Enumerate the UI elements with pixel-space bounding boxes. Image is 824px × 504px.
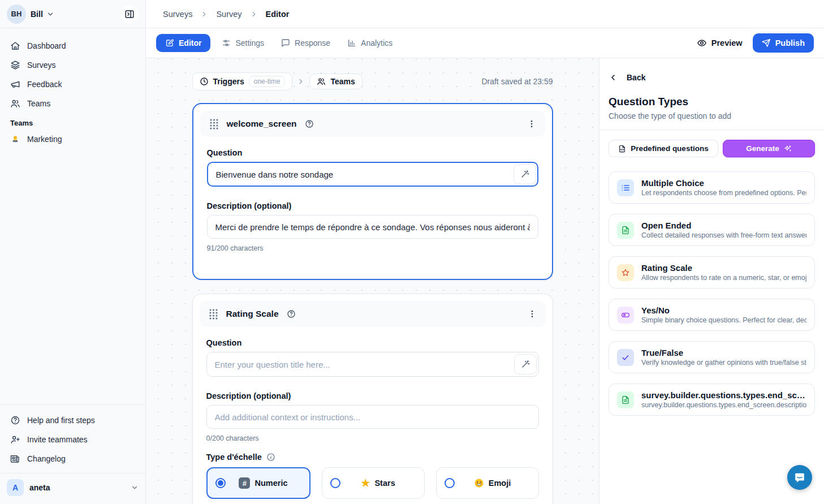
sidebar-nav: Dashboard Surveys Feedback Teams Teams M… — [0, 28, 145, 149]
chat-bubble-icon — [793, 471, 806, 484]
sidebar-item-label: Feedback — [27, 80, 62, 89]
question-type-multiple-choice[interactable]: Multiple Choice Let respondents choose f… — [609, 171, 815, 204]
teams-label: Teams — [330, 77, 355, 86]
smiley-emoji — [474, 478, 484, 488]
canvas-top-row: Triggers one-time Teams Draft saved at 2… — [192, 72, 553, 91]
generate-button[interactable]: Generate — [723, 140, 815, 157]
help-circle-icon[interactable] — [305, 119, 314, 128]
card-menu-button[interactable] — [528, 309, 537, 319]
sidebar-header: BH Bill — [0, 0, 145, 28]
radio-unselected[interactable] — [445, 478, 455, 488]
drag-handle-icon[interactable] — [209, 118, 219, 130]
tab-settings[interactable]: Settings — [216, 34, 270, 52]
org-switcher[interactable]: A aneta — [0, 473, 145, 504]
sparkles-icon — [784, 145, 792, 153]
radio-selected[interactable] — [215, 478, 226, 488]
description-field-label: Description (optional) — [206, 391, 539, 400]
org-avatar: A — [7, 479, 24, 496]
character-count: 0/200 characters — [206, 434, 539, 442]
users-icon — [10, 98, 20, 109]
question-type-true-false[interactable]: True/False Verify knowledge or gather op… — [609, 341, 815, 373]
triggers-label: Triggers — [213, 77, 244, 86]
back-button[interactable]: Back — [609, 73, 815, 82]
sidebar-bottom-nav: Help and first steps Invite teammates Ch… — [0, 404, 145, 468]
description-input[interactable] — [206, 405, 539, 429]
generate-label: Generate — [746, 144, 779, 153]
megaphone-icon — [10, 79, 20, 89]
question-type-description: Collect detailed responses with free-for… — [641, 231, 806, 239]
tab-label: Editor — [179, 38, 201, 48]
sliders-icon — [222, 38, 231, 48]
sidebar-item-label: Dashboard — [27, 41, 66, 50]
user-menu[interactable]: Bill — [31, 10, 54, 19]
sidebar-item-dashboard[interactable]: Dashboard — [6, 36, 140, 55]
question-type-open-ended[interactable]: Open Ended Collect detailed responses wi… — [609, 214, 815, 246]
question-card-header[interactable]: Rating Scale — [200, 301, 546, 327]
card-menu-button[interactable] — [527, 119, 536, 129]
scale-option-emoji[interactable]: Emoji — [436, 467, 539, 499]
predefined-questions-button[interactable]: Predefined questions — [609, 140, 718, 157]
question-title-input[interactable] — [207, 162, 538, 187]
radio-unselected[interactable] — [330, 478, 340, 488]
users-icon — [317, 77, 326, 86]
eye-icon — [697, 38, 707, 48]
publish-button[interactable]: Publish — [753, 33, 814, 53]
description-input[interactable] — [207, 215, 538, 239]
question-title-input[interactable] — [206, 352, 539, 377]
panel-actions: Predefined questions Generate — [609, 140, 815, 157]
star-outline-icon — [617, 264, 634, 281]
scale-type-options: # Numeric ★ Stars — [206, 467, 539, 499]
question-card-welcome-screen[interactable]: welcome_screen Question Description (opt… — [192, 103, 553, 280]
help-circle-icon[interactable] — [287, 309, 296, 318]
tab-analytics[interactable]: Analytics — [342, 34, 398, 52]
panel-title: Question Types — [609, 96, 815, 108]
question-field-label: Question — [206, 338, 539, 347]
triggers-badge: one-time — [249, 76, 286, 87]
sidebar-item-invite[interactable]: Invite teammates — [6, 430, 140, 449]
question-card-rating-scale[interactable]: Rating Scale Question Description (optio… — [192, 294, 553, 504]
sidebar-item-changelog[interactable]: Changelog — [6, 449, 140, 468]
sidebar: BH Bill Dashboard Surveys Feedback Teams… — [0, 0, 146, 504]
drag-handle-icon[interactable] — [209, 308, 218, 320]
question-card-header[interactable]: welcome_screen — [200, 111, 545, 137]
question-type-title: Yes/No — [641, 305, 806, 315]
sidebar-item-feedback[interactable]: Feedback — [6, 75, 140, 94]
tab-editor[interactable]: Editor — [156, 34, 210, 52]
magic-wand-button[interactable] — [514, 164, 536, 184]
newspaper-icon — [10, 454, 20, 464]
user-avatar[interactable]: BH — [7, 5, 26, 24]
breadcrumb-surveys[interactable]: Surveys — [163, 10, 192, 19]
question-type-rating-scale[interactable]: Rating Scale Allow respondents to rate o… — [609, 256, 815, 288]
question-type-title: survey.builder.questions.types.end_scr..… — [641, 390, 806, 400]
scale-option-numeric[interactable]: # Numeric — [206, 467, 310, 499]
magic-wand-button[interactable] — [514, 354, 537, 374]
scale-option-stars[interactable]: ★ Stars — [322, 467, 425, 499]
chat-widget-button[interactable] — [787, 465, 812, 490]
sidebar-item-teams[interactable]: Teams — [6, 94, 140, 113]
breadcrumb: Surveys Survey Editor — [146, 0, 824, 28]
breadcrumb-survey[interactable]: Survey — [216, 10, 241, 19]
preview-button[interactable]: Preview — [697, 38, 743, 48]
collapse-sidebar-button[interactable] — [120, 5, 139, 23]
triggers-pill[interactable]: Triggers one-time — [192, 72, 293, 91]
teams-pill[interactable]: Teams — [309, 74, 362, 89]
tab-response[interactable]: Response — [275, 34, 336, 52]
file-text-icon — [617, 222, 634, 239]
question-type-end-screen[interactable]: survey.builder.questions.types.end_scr..… — [609, 384, 815, 416]
sidebar-item-label: Marketing — [27, 135, 62, 144]
survey-canvas: Triggers one-time Teams Draft saved at 2… — [146, 58, 599, 504]
sidebar-item-help[interactable]: Help and first steps — [6, 411, 140, 430]
breadcrumb-editor: Editor — [266, 10, 290, 19]
back-label: Back — [627, 73, 645, 82]
pencil-square-icon — [165, 38, 174, 48]
question-type-description: Allow respondents to rate on a numeric, … — [641, 274, 806, 282]
sidebar-item-surveys[interactable]: Surveys — [6, 55, 140, 75]
question-type-yes-no[interactable]: Yes/No Simple binary choice questions. P… — [609, 299, 815, 331]
sidebar-item-marketing[interactable]: Marketing — [6, 130, 140, 149]
divider — [599, 130, 824, 130]
info-icon[interactable] — [266, 453, 275, 462]
scale-option-label: Numeric — [254, 479, 287, 488]
layers-icon — [10, 60, 20, 70]
list-icon — [617, 179, 634, 196]
clock-icon — [200, 77, 209, 86]
